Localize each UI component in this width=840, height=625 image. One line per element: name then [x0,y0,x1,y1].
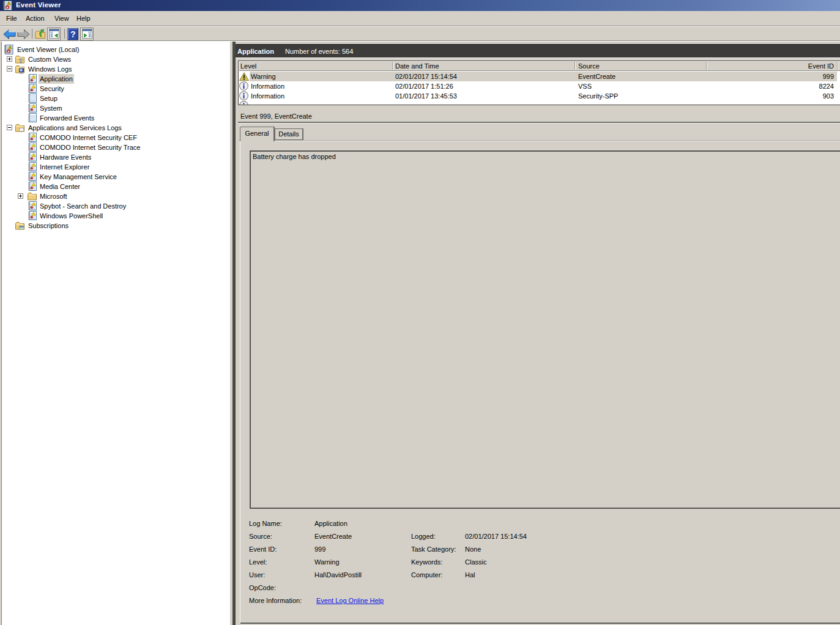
svg-text:?: ? [70,29,76,39]
